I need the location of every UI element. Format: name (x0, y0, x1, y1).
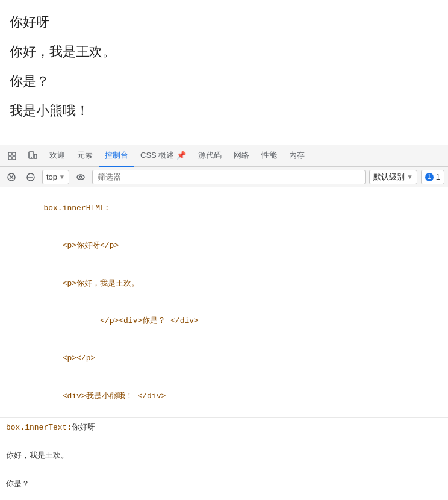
content-line-4: 我是小熊哦！ (10, 101, 438, 120)
tab-memory[interactable]: 内存 (283, 145, 311, 167)
tab-console[interactable]: 控制台 (99, 145, 134, 167)
content-line-1: 你好呀 (10, 12, 438, 32)
filter-input[interactable] (92, 170, 366, 184)
tab-welcome[interactable]: 欢迎 (43, 145, 71, 167)
tab-elements[interactable]: 元素 (71, 145, 99, 167)
svg-rect-5 (34, 154, 37, 158)
context-label: top (46, 172, 57, 181)
svg-rect-3 (13, 157, 16, 160)
content-line-3: 你是？ (10, 71, 438, 91)
context-selector[interactable]: top ▼ (42, 170, 69, 184)
block-button[interactable] (23, 169, 39, 185)
svg-rect-0 (8, 152, 11, 155)
devtools-tab-bar: 欢迎 元素 控制台 CSS 概述 📌 源代码 网络 性能 内存 (0, 145, 448, 167)
device-icon-btn[interactable] (23, 146, 42, 166)
devtools-panel: 欢迎 元素 控制台 CSS 概述 📌 源代码 网络 性能 内存 top (0, 145, 448, 500)
content-line-2: 你好，我是王欢。 (10, 42, 438, 61)
tab-network[interactable]: 网络 (228, 145, 255, 167)
svg-point-13 (79, 176, 82, 178)
svg-rect-1 (13, 152, 16, 155)
badge-count: 1 (436, 172, 440, 181)
devtools-toolbar: top ▼ 默认级别 ▼ 1 1 (0, 167, 448, 187)
innerText-line-blank2 (6, 463, 442, 477)
innerHTML-block: box.innerHTML: <p>你好呀</p> <p>你好，我是王欢。 </… (0, 187, 448, 418)
content-area: 你好呀 你好，我是王欢。 你是？ 我是小熊哦！ (0, 0, 448, 145)
innerText-line-4: 你是？ (6, 477, 442, 491)
tab-sources[interactable]: 源代码 (192, 145, 228, 167)
innerHTML-line-2: <p>你好，我是王欢。 (6, 265, 442, 302)
tab-performance[interactable]: 性能 (255, 145, 283, 167)
clear-console-button[interactable] (4, 169, 19, 185)
level-arrow-icon: ▼ (407, 173, 413, 180)
console-output: box.innerHTML: <p>你好呀</p> <p>你好，我是王欢。 </… (0, 187, 448, 500)
innerHTML-line-3: </p><div>你是？ </div> (6, 302, 442, 340)
svg-rect-2 (8, 157, 11, 160)
innerHTML-line-4: <p></p> (6, 340, 442, 378)
innerHTML-line-1: <p>你好呀</p> (6, 227, 442, 264)
eye-button[interactable] (73, 169, 89, 185)
innerHTML-line-5: <div>我是小熊哦！ </div> (6, 378, 442, 415)
innerText-line-blank1 (6, 435, 442, 449)
badge-dot: 1 (425, 173, 434, 181)
innerHTML-label: box.innerHTML: (6, 190, 442, 227)
innerText-line-2: 你好，我是王欢。 (6, 449, 442, 463)
log-level-selector[interactable]: 默认级别 ▼ (369, 170, 417, 184)
context-arrow-icon: ▼ (59, 173, 65, 180)
innerText-block: box.innerText:你好呀 你好，我是王欢。 你是？ 我是小熊哦！ (0, 418, 448, 500)
inspect-icon-btn[interactable] (2, 146, 22, 166)
tab-css-overview[interactable]: CSS 概述 📌 (134, 145, 192, 167)
level-label: 默认级别 (373, 172, 405, 183)
svg-point-12 (77, 175, 84, 180)
message-count-badge[interactable]: 1 1 (421, 170, 444, 184)
innerText-label-line: box.innerText:你好呀 (6, 420, 442, 434)
innerText-line-blank3 (6, 491, 442, 500)
